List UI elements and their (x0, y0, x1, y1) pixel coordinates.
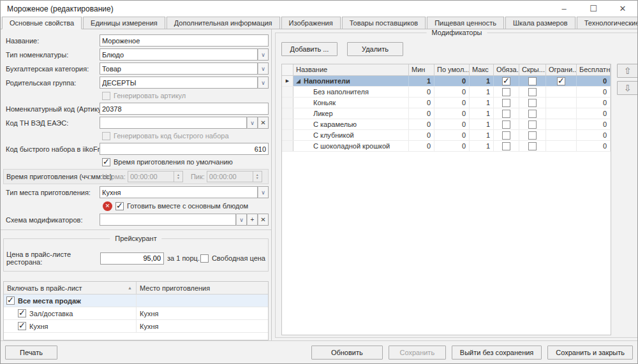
required-checkbox[interactable] (502, 131, 510, 140)
required-checkbox[interactable] (502, 120, 510, 129)
price-input[interactable] (100, 252, 164, 265)
required-checkbox[interactable] (502, 77, 510, 85)
spinner-icon[interactable]: ▲▼ (174, 171, 183, 182)
row-indicator-icon: ▶ (286, 78, 289, 84)
modifiers-column-header[interactable]: Название (293, 64, 409, 75)
tab-7[interactable]: Технологические карты (577, 17, 638, 29)
parent-group-select[interactable] (100, 76, 258, 89)
move-down-icon[interactable]: ⇩ (617, 81, 637, 95)
hidden-checkbox[interactable] (528, 131, 537, 140)
free-amount-value: 0 (603, 88, 607, 96)
required-checkbox[interactable] (502, 88, 510, 96)
cooking-place-column-header[interactable]: Место приготовления (137, 282, 268, 294)
spinner-icon[interactable]: ▲▼ (253, 171, 262, 182)
tab-1[interactable]: Единицы измерения (83, 17, 165, 29)
hidden-checkbox[interactable] (528, 142, 537, 150)
hidden-checkbox[interactable] (528, 120, 537, 129)
maximize-icon[interactable]: ☐ (579, 1, 608, 17)
minimize-icon[interactable]: – (549, 1, 579, 17)
expand-icon[interactable] (296, 79, 300, 84)
tab-4[interactable]: Товары поставщиков (342, 17, 426, 29)
modifier-name-cell: С клубникой (293, 130, 409, 140)
chevron-down-icon[interactable]: ∨ (258, 62, 269, 75)
generate-quick-code-label: Генерировать код быстрого набора (114, 132, 229, 140)
tab-3[interactable]: Изображения (281, 17, 341, 29)
modifiers-column-header[interactable]: Скры... (519, 64, 546, 75)
chevron-down-icon[interactable]: ∨ (258, 48, 269, 61)
modifier-def-value: 0 (462, 142, 466, 150)
include-checkbox[interactable] (18, 309, 26, 317)
hidden-checkbox[interactable] (528, 99, 537, 107)
save-button[interactable]: Сохранить (389, 346, 446, 360)
clear-icon[interactable]: ✕ (258, 214, 269, 226)
modifiers-column-header[interactable]: Ограни... (546, 64, 577, 75)
default-cook-time-checkbox[interactable] (102, 158, 110, 166)
required-checkbox[interactable] (502, 99, 510, 107)
modifiers-column-header[interactable]: Макс (470, 64, 494, 75)
modifier-row[interactable]: Ликер0010 (282, 108, 611, 119)
add-modifier-button[interactable]: Добавить ... (281, 42, 338, 56)
accounting-category-select[interactable] (100, 62, 258, 75)
hidden-checkbox[interactable] (528, 88, 537, 96)
chevron-down-icon[interactable]: ∨ (236, 214, 247, 226)
modifier-def-value: 0 (462, 77, 466, 85)
free-amount-cell: 0 (577, 119, 611, 129)
modifiers-column-header[interactable]: Мин (409, 64, 434, 75)
cooking-place-value: Кухня (140, 310, 158, 317)
modifiers-column-header[interactable]: Обяза... (494, 64, 519, 75)
tab-2[interactable]: Дополнительная информация (167, 17, 280, 29)
modifier-max-value: 1 (486, 99, 490, 106)
required-checkbox[interactable] (502, 110, 510, 118)
hidden-checkbox[interactable] (528, 77, 537, 85)
restricted-checkbox[interactable] (557, 77, 565, 85)
modifier-row[interactable]: С карамелью0010 (282, 119, 611, 130)
cooking-place-type-select[interactable] (100, 186, 258, 198)
modifier-row[interactable]: Без наполнителя0010 (282, 87, 611, 98)
tab-6[interactable]: Шкала размеров (505, 17, 575, 29)
modifier-name: Без наполнителя (293, 88, 369, 96)
nomenclature-type-select[interactable] (100, 48, 258, 61)
name-input[interactable] (100, 34, 269, 47)
content-area: Название: Тип номенклатуры: ∨ Бухгалтерс… (1, 29, 637, 340)
price-list-row[interactable]: КухняКухня (4, 320, 268, 333)
modifier-min-value: 0 (427, 120, 431, 128)
chevron-down-icon[interactable]: ∨ (247, 117, 258, 129)
include-checkbox[interactable] (18, 322, 26, 330)
chevron-down-icon[interactable]: ∨ (258, 76, 269, 89)
chevron-down-icon[interactable]: ∨ (258, 186, 269, 198)
modifier-row[interactable]: С клубникой0010 (282, 130, 611, 141)
modifiers-column-header[interactable]: Бесплатн... (577, 64, 611, 75)
include-checkbox[interactable] (6, 296, 15, 305)
price-list-row[interactable]: Зал/доставкаКухня (4, 307, 268, 320)
free-amount-value: 0 (603, 99, 607, 106)
close-icon[interactable]: ✕ (608, 1, 637, 17)
exit-without-saving-button[interactable]: Выйти без сохранения (452, 346, 542, 360)
include-in-price-list-column-header[interactable]: Включать в прайс-лист ▲ (4, 282, 137, 294)
modifiers-column-header[interactable]: По умол... (434, 64, 470, 75)
tab-0[interactable]: Основные свойства (2, 17, 82, 29)
modifier-scheme-row: Схема модификаторов: ∨ + ✕ (3, 214, 269, 226)
refresh-button[interactable]: Обновить (311, 346, 383, 360)
modifier-group-row[interactable]: ▶Наполнители1010 (282, 76, 611, 87)
tnved-select[interactable] (100, 117, 247, 129)
clear-icon[interactable]: ✕ (258, 117, 269, 129)
required-checkbox[interactable] (502, 142, 510, 150)
modifier-row[interactable]: С шоколадной крошкой0010 (282, 141, 611, 152)
sku-input[interactable] (100, 103, 269, 115)
modifier-row[interactable]: Коньяк0010 (282, 98, 611, 108)
free-price-checkbox[interactable] (200, 254, 209, 263)
tab-5[interactable]: Пищевая ценность (427, 17, 504, 29)
cook-with-main-checkbox[interactable] (115, 202, 124, 210)
move-up-icon[interactable]: ⇧ (617, 64, 637, 78)
modifier-scheme-select[interactable] (100, 214, 236, 226)
price-list-row[interactable]: Все места продаж (4, 295, 268, 307)
add-icon[interactable]: + (247, 214, 258, 226)
delete-modifier-button[interactable]: Удалить (347, 42, 403, 56)
print-button[interactable]: Печать (5, 346, 57, 360)
tnved-row: Код ТН ВЭД ЕАЭС: ∨ ✕ (3, 117, 269, 129)
parent-group-label: Родительская группа: (3, 79, 100, 87)
modifier-def-cell: 0 (434, 130, 470, 140)
hidden-checkbox[interactable] (528, 110, 537, 118)
save-and-close-button[interactable]: Сохранить и закрыть (547, 346, 633, 360)
quick-code-input[interactable] (100, 143, 269, 155)
